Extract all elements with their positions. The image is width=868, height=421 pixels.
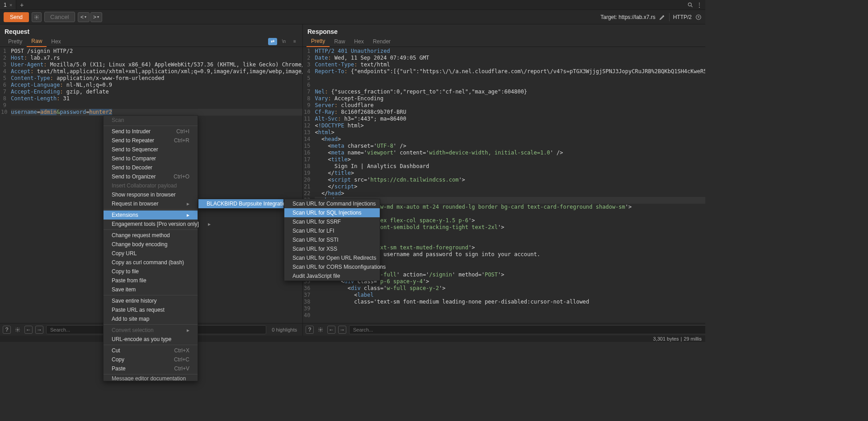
history-forward-button[interactable]: >▾ xyxy=(90,12,102,22)
subtab-raw[interactable]: Raw xyxy=(27,36,47,47)
menu-item[interactable]: Send to Comparer xyxy=(104,154,198,163)
gear-icon[interactable] xyxy=(316,326,325,334)
status-millis: 29 millis xyxy=(684,336,702,341)
context-submenu-extensions[interactable]: BLACKBIRD Burpsuite Integration▸ xyxy=(198,199,284,209)
arrow-left-icon[interactable]: ← xyxy=(327,326,335,334)
newline-icon[interactable]: \n xyxy=(280,38,288,45)
actions-icon[interactable]: ⇄ xyxy=(268,38,277,45)
menu-item[interactable]: Scan URL for CORS Misconfigurations xyxy=(284,262,380,271)
menu-item[interactable]: Send to Decoder xyxy=(104,163,198,172)
context-menu[interactable]: ScanSend to IntruderCtrl+ISend to Repeat… xyxy=(103,115,198,342)
menu-item[interactable]: Scan URL for Open URL Redirects xyxy=(284,253,380,262)
svg-point-0 xyxy=(688,3,691,6)
settings-button[interactable] xyxy=(32,12,42,22)
menu-item[interactable]: Request in browser▸ xyxy=(104,199,198,208)
menu-item[interactable]: Change body encoding xyxy=(104,240,198,249)
menu-item-blackbird[interactable]: BLACKBIRD Burpsuite Integration▸ xyxy=(198,199,283,208)
menu-item[interactable]: Send to OrganizerCtrl+O xyxy=(104,172,198,181)
menu-item[interactable]: Scan URL for SSTI xyxy=(284,235,380,244)
add-tab-button[interactable]: + xyxy=(16,1,27,9)
target-label: Target: https://lab.x7.rs xyxy=(600,14,655,20)
search-icon[interactable] xyxy=(687,2,693,8)
response-subtabs: Pretty Raw Hex Render ⇄ \n ≡ xyxy=(303,36,705,47)
menu-item[interactable]: Change request method xyxy=(104,231,198,240)
menu-item[interactable]: Add to site map xyxy=(104,314,198,323)
repeater-tabs: 1 × + ⋮ xyxy=(0,0,705,10)
menu-item[interactable]: Paste from file xyxy=(104,276,198,285)
arrow-right-icon[interactable]: → xyxy=(35,326,43,334)
cancel-button[interactable]: Cancel xyxy=(44,12,75,22)
response-search-input[interactable] xyxy=(349,325,705,334)
history-back-button[interactable]: <▾ xyxy=(78,12,90,22)
toolbar: Send Cancel <▾ >▾ Target: https://lab.x7… xyxy=(0,10,705,24)
close-icon[interactable]: × xyxy=(9,2,12,8)
subtab-hex[interactable]: Hex xyxy=(47,37,65,47)
menu-item: Scan xyxy=(104,116,198,125)
svg-line-1 xyxy=(691,5,693,7)
divider xyxy=(669,13,670,21)
menu-item[interactable]: Send to Sequencer xyxy=(104,145,198,154)
subtab-render[interactable]: Render xyxy=(368,37,395,47)
tab-1[interactable]: 1 × xyxy=(0,0,16,9)
arrow-right-icon[interactable]: → xyxy=(338,326,346,334)
menu-item[interactable]: Paste URL as request xyxy=(104,305,198,314)
menu-item[interactable]: Copy to file xyxy=(104,267,198,276)
menu-item[interactable]: Send to IntruderCtrl+I xyxy=(104,127,198,136)
request-title: Request xyxy=(5,28,29,35)
response-title: Response xyxy=(307,28,338,35)
menu-item[interactable]: URL-encode as you type xyxy=(104,335,198,342)
subtab-hex[interactable]: Hex xyxy=(349,37,368,47)
response-editor[interactable]: 1 2 3 4 5 6 7 8 9 10 11 12 13 14 15 16 1… xyxy=(303,47,705,323)
menu-item[interactable]: Copy URL xyxy=(104,249,198,258)
subtab-pretty[interactable]: Pretty xyxy=(4,37,27,47)
status-bytes: 3,301 bytes xyxy=(653,336,679,341)
request-subtabs: Pretty Raw Hex ⇄ \n ≡ xyxy=(0,36,302,47)
request-highlights: 0 highlights xyxy=(269,327,300,332)
gear-icon[interactable] xyxy=(14,326,22,334)
pencil-icon[interactable] xyxy=(659,14,665,20)
hamburger-icon[interactable]: ≡ xyxy=(291,38,299,45)
svg-point-2 xyxy=(36,16,38,18)
help-icon[interactable] xyxy=(695,14,702,20)
menu-item[interactable]: Audit JavaScript file xyxy=(284,271,380,281)
svg-point-5 xyxy=(320,329,321,330)
menu-item[interactable]: Save item xyxy=(104,285,198,294)
menu-item[interactable]: Scan URL for XSS xyxy=(284,244,380,253)
menu-item[interactable]: Copy as curl command (bash) xyxy=(104,258,198,267)
help-icon[interactable]: ? xyxy=(306,326,314,334)
menu-item[interactable]: Save entire history xyxy=(104,296,198,305)
arrow-left-icon[interactable]: ← xyxy=(24,326,33,334)
menu-item[interactable]: Scan URL for Command Injections xyxy=(284,199,380,208)
subtab-raw[interactable]: Raw xyxy=(330,37,349,47)
menu-item[interactable]: Engagement tools [Pro version only]▸ xyxy=(104,220,198,229)
menu-item[interactable]: Show response in browser xyxy=(104,190,198,199)
tab-label: 1 xyxy=(4,2,7,8)
svg-point-4 xyxy=(17,329,19,330)
menu-item[interactable]: Scan URL for SQL Injections xyxy=(284,208,380,217)
kebab-icon[interactable]: ⋮ xyxy=(696,1,703,9)
menu-item[interactable]: Scan URL for LFI xyxy=(284,226,380,235)
menu-item: Convert selection▸ xyxy=(104,326,198,335)
send-button[interactable]: Send xyxy=(4,12,29,22)
help-icon[interactable]: ? xyxy=(3,326,11,334)
context-submenu-blackbird[interactable]: Scan URL for Command InjectionsScan URL … xyxy=(284,199,380,281)
response-bottombar: ? ← → 0 highlights xyxy=(303,323,705,336)
response-pane: Response Pretty Raw Hex Render ⇄ \n ≡ 1 … xyxy=(303,24,705,336)
menu-item: Insert Collaborator payload xyxy=(104,181,198,190)
menu-item[interactable]: Extensions▸ xyxy=(104,210,198,220)
subtab-pretty[interactable]: Pretty xyxy=(307,36,330,47)
protocol-label[interactable]: HTTP/2 xyxy=(673,14,692,20)
menu-item[interactable]: Send to RepeaterCtrl+R xyxy=(104,136,198,145)
menu-item[interactable]: Scan URL for SSRF xyxy=(284,217,380,226)
